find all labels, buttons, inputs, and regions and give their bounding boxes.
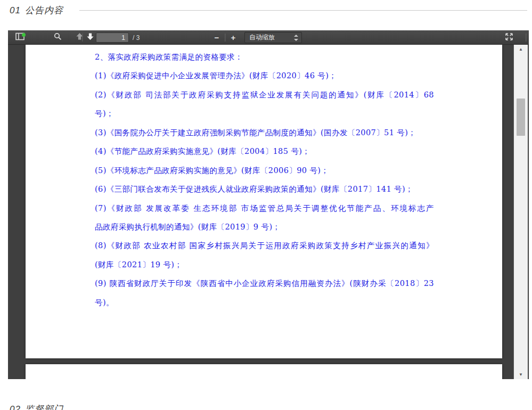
scrollbar-thumb[interactable]: [517, 99, 525, 136]
page-count-label: / 3: [133, 34, 140, 42]
section-number: 01: [10, 5, 21, 15]
doc-line: (8)《财政部 农业农村部 国家乡村振兴局关于运用政府采购政策支持乡村产业振兴的…: [95, 236, 434, 255]
toolbar-separator: [225, 34, 225, 42]
section-title: 公告内容: [25, 5, 63, 15]
doc-line: (7)《财政部 发展改革委 生态环境部 市场监管总局关于调整优化节能产品、环境标…: [95, 199, 434, 218]
pdf-viewer-canvas: 2、落实政府采购政策需满足的资格要求： (1)《政府采购促进中小企业发展管理办法…: [8, 45, 529, 379]
doc-line: (6)《三部门联合发布关于促进残疾人就业政府采购政策的通知》(财库〔2017〕1…: [95, 180, 446, 199]
pdf-viewer: / 3 − + 自动缩放 2、落实政: [8, 30, 529, 379]
zoom-in-icon: +: [231, 34, 236, 42]
doc-line: 号)；: [95, 104, 446, 123]
zoom-scale-select[interactable]: 自动缩放: [244, 32, 302, 43]
scroll-down-button[interactable]: ▼: [514, 371, 528, 379]
doc-line: (4)《节能产品政府采购实施意见》(财库〔2004〕185 号)；: [95, 142, 446, 161]
search-icon: [54, 32, 62, 43]
doc-line: (1)《政府采购促进中小企业发展管理办法》(财库〔2020〕46 号)；: [95, 67, 446, 85]
document-text-block: 2、落实政府采购政策需满足的资格要求： (1)《政府采购促进中小企业发展管理办法…: [95, 48, 446, 312]
section-heading-top: 01公告内容: [10, 4, 63, 17]
pdf-page-2: [26, 364, 502, 379]
toolbar-separator: [82, 34, 83, 42]
doc-line: (3)《国务院办公厅关于建立政府强制采购节能产品制度的通知》(国办发〔2007〕…: [95, 124, 446, 142]
section-number: 02: [10, 404, 21, 410]
page-number-input[interactable]: [96, 32, 129, 43]
doc-line: (2)《财政部 司法部关于政府采购支持监狱企业发展有关问题的通知》(财库〔201…: [95, 86, 434, 104]
notification-dot: [22, 33, 26, 37]
pdf-page-1: 2、落实政府采购政策需满足的资格要求： (1)《政府采购促进中小企业发展管理办法…: [26, 45, 502, 358]
search-button[interactable]: [52, 32, 63, 43]
section-heading-bottom: 02监督部门: [10, 403, 63, 410]
doc-line: (9) 陕西省财政厅关于印发《陕西省中小企业政府采购信用融资办法》(陕财办采〔2…: [95, 274, 434, 293]
doc-line: 2、落实政府采购政策需满足的资格要求：: [95, 48, 446, 67]
fullscreen-expand-icon: [505, 32, 513, 43]
page-down-icon: [86, 32, 94, 43]
next-page-button[interactable]: [84, 32, 96, 43]
sidebar-toggle-button[interactable]: [14, 32, 26, 43]
zoom-out-button[interactable]: −: [211, 32, 223, 43]
doc-line: 品政府采购执行机制的通知》(财库〔2019〕9 号)；: [95, 218, 446, 236]
section-title: 监督部门: [25, 404, 63, 410]
triangle-up-icon: ▲: [519, 47, 523, 52]
scroll-up-button[interactable]: ▲: [514, 45, 528, 53]
doc-line: 号)。: [95, 293, 446, 312]
doc-line: (财库〔2021〕19 号)；: [95, 256, 446, 274]
chevron-updown-icon: [293, 34, 298, 42]
zoom-out-icon: −: [215, 34, 219, 42]
pdf-toolbar: / 3 − + 自动缩放: [8, 30, 529, 45]
toolbar-separator: [526, 34, 526, 42]
zoom-in-button[interactable]: +: [227, 32, 239, 43]
vertical-scrollbar[interactable]: ▲ ▼: [513, 45, 528, 379]
fullscreen-button[interactable]: [503, 32, 515, 43]
zoom-scale-value: 自动缩放: [249, 34, 275, 41]
previous-page-button[interactable]: [73, 32, 85, 43]
heading-rule: [79, 10, 527, 11]
triangle-down-icon: ▼: [519, 372, 523, 377]
doc-line: (5)《环境标志产品政府采购实施的意见》(财库〔2006〕90 号)；: [95, 161, 446, 180]
